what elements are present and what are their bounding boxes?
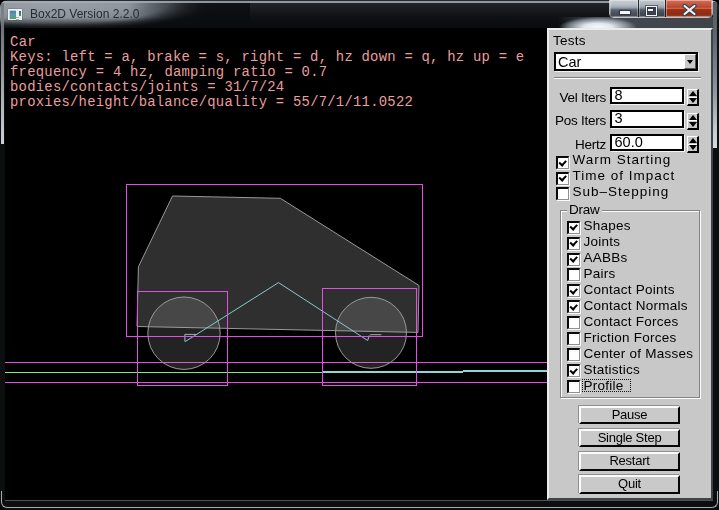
svg-text:proxies/height/balance/quality: proxies/height/balance/quality = 55/7/1/…: [10, 94, 413, 110]
svg-text:Car: Car: [10, 34, 36, 50]
svg-text:bodies/contacts/joints = 31/7/: bodies/contacts/joints = 31/7/24: [10, 79, 284, 95]
svg-text:frequency = 4 hz, damping rati: frequency = 4 hz, damping ratio = 0.7: [10, 64, 327, 80]
svg-text:Keys: left = a, brake = s, rig: Keys: left = a, brake = s, right = d, hz…: [10, 49, 524, 65]
